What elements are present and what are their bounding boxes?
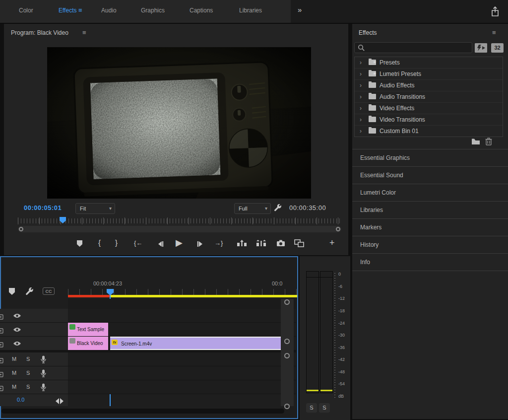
effects-search-input[interactable] xyxy=(367,43,471,53)
mute-track-button[interactable]: M xyxy=(12,370,16,376)
mute-track-button[interactable]: M xyxy=(12,384,16,390)
tree-item-audio-transitions[interactable]: › Audio Transitions xyxy=(355,91,503,103)
playback-resolution-select[interactable]: Full ▾ xyxy=(234,203,271,214)
tab-color[interactable]: Color xyxy=(19,7,33,14)
tab-overflow-icon[interactable]: » xyxy=(298,5,302,14)
toggle-track-output-eye-icon[interactable] xyxy=(13,327,21,332)
new-custom-bin-icon[interactable] xyxy=(471,138,480,147)
solo-track-button[interactable]: S xyxy=(26,356,30,362)
track-header-a3[interactable]: M S xyxy=(0,380,68,394)
tab-graphics[interactable]: Graphics xyxy=(141,7,165,14)
tab-libraries[interactable]: Libraries xyxy=(239,7,262,14)
solo-track-button[interactable]: S xyxy=(26,384,30,390)
mark-out-button[interactable]: } xyxy=(115,238,118,247)
go-to-in-button[interactable]: {← xyxy=(134,239,142,247)
fit-timeline-icon[interactable] xyxy=(56,397,64,406)
tab-captions[interactable]: Captions xyxy=(190,7,213,14)
tree-item-video-effects[interactable]: › Video Effects xyxy=(355,103,503,114)
tree-item-lumetri-presets[interactable]: › ★ Lumetri Presets xyxy=(355,69,503,80)
vscroll-handle-bottom[interactable] xyxy=(284,339,290,344)
export-frame-button[interactable] xyxy=(276,240,285,249)
delete-trash-icon[interactable] xyxy=(485,138,492,147)
sync-lock-icon[interactable] xyxy=(0,327,3,336)
vscroll-audio-handle-top[interactable] xyxy=(284,353,290,358)
tab-lumetri-color[interactable]: Lumetri Color xyxy=(352,184,508,201)
track-header-v2[interactable] xyxy=(0,323,68,337)
voiceover-record-mic-icon[interactable] xyxy=(41,383,46,393)
toggle-track-output-eye-icon[interactable] xyxy=(13,341,21,346)
sync-lock-icon[interactable] xyxy=(0,313,3,322)
timeline-ruler[interactable] xyxy=(68,289,297,295)
track-v2-content[interactable]: Text Sample xyxy=(68,323,296,337)
button-editor-plus[interactable]: + xyxy=(329,238,335,248)
accelerated-effects-filter-icon[interactable] xyxy=(475,43,487,53)
meter-solo-left-button[interactable]: S xyxy=(306,403,317,413)
sync-lock-icon[interactable] xyxy=(0,384,3,393)
sync-lock-icon[interactable] xyxy=(0,370,3,379)
chevron-right-icon[interactable]: › xyxy=(360,114,362,125)
program-settings-wrench-icon[interactable] xyxy=(273,203,282,214)
effects-tab-menu-icon[interactable]: ≡ xyxy=(78,6,82,14)
tree-item-presets[interactable]: › ★ Presets xyxy=(355,57,503,69)
play-button[interactable]: ▶ xyxy=(176,237,183,248)
track-a3-content[interactable] xyxy=(68,380,296,394)
chevron-right-icon[interactable]: › xyxy=(360,69,362,79)
solo-track-button[interactable]: S xyxy=(26,370,30,376)
track-a2-content[interactable] xyxy=(68,366,296,380)
lift-button[interactable] xyxy=(237,240,247,249)
tab-audio[interactable]: Audio xyxy=(101,7,117,14)
voiceover-record-mic-icon[interactable] xyxy=(41,355,46,365)
sync-lock-icon[interactable] xyxy=(0,356,3,365)
chevron-right-icon[interactable]: › xyxy=(360,91,362,102)
export-share-icon[interactable] xyxy=(490,6,500,19)
tree-item-custom-bin-01[interactable]: › Custom Bin 01 xyxy=(355,126,503,137)
clip-text-sample[interactable]: Text Sample xyxy=(68,323,108,336)
track-header-a1[interactable]: M S xyxy=(0,352,68,366)
sync-lock-icon[interactable] xyxy=(0,341,3,350)
vscroll-handle-top[interactable] xyxy=(284,299,290,305)
track-v1-content[interactable]: Black Video fx Screen-1.m4v xyxy=(68,337,296,350)
chevron-right-icon[interactable]: › xyxy=(360,57,362,68)
step-back-button[interactable] xyxy=(157,240,164,249)
voiceover-record-mic-icon[interactable] xyxy=(41,369,46,379)
tab-markers[interactable]: Markers xyxy=(352,218,508,236)
comparison-view-button[interactable] xyxy=(294,239,304,249)
scrollbar-right-handle[interactable] xyxy=(336,227,340,231)
program-panel-menu-icon[interactable]: ≡ xyxy=(82,29,86,36)
tab-essential-graphics[interactable]: Essential Graphics xyxy=(352,149,508,166)
track-v3-content[interactable] xyxy=(68,309,296,323)
tree-item-audio-effects[interactable]: › Audio Effects xyxy=(355,80,503,91)
timeline-horizontal-scrollbar[interactable] xyxy=(1,409,284,414)
tab-info[interactable]: Info xyxy=(352,253,508,271)
program-current-timecode[interactable]: 00:00:05:01 xyxy=(24,204,62,211)
program-zoom-scrollbar[interactable] xyxy=(18,226,341,232)
tab-essential-sound[interactable]: Essential Sound xyxy=(352,166,508,184)
tab-effects[interactable]: Effects xyxy=(59,7,76,14)
toggle-track-output-eye-icon[interactable] xyxy=(13,313,21,318)
step-forward-button[interactable] xyxy=(196,240,204,249)
meter-solo-right-button[interactable]: S xyxy=(319,403,330,413)
timeline-add-marker-button[interactable] xyxy=(9,288,15,295)
bit-depth-filter-icon[interactable]: 32 xyxy=(491,43,504,53)
chevron-right-icon[interactable]: › xyxy=(360,103,362,114)
track-header-v1[interactable] xyxy=(0,337,68,350)
scrollbar-left-handle[interactable] xyxy=(19,227,23,231)
captions-track-icon[interactable]: CC xyxy=(43,287,55,295)
timeline-vertical-scrollbar[interactable] xyxy=(281,299,294,406)
track-header-v3[interactable] xyxy=(0,309,68,323)
tab-libraries-panel[interactable]: Libraries xyxy=(352,201,508,218)
mark-in-button[interactable]: { xyxy=(98,238,101,247)
chevron-right-icon[interactable]: › xyxy=(360,126,362,137)
tree-item-video-transitions[interactable]: › Video Transitions xyxy=(355,114,503,126)
track-a1-content[interactable] xyxy=(68,352,296,366)
track-header-a2[interactable]: M S xyxy=(0,366,68,380)
add-marker-button[interactable] xyxy=(77,240,82,247)
effects-panel-menu-icon[interactable]: ≡ xyxy=(492,29,496,36)
clip-screen-1-m4v[interactable]: fx Screen-1.m4v xyxy=(110,337,284,350)
clip-black-video[interactable]: Black Video xyxy=(68,337,108,350)
chevron-right-icon[interactable]: › xyxy=(360,80,362,91)
go-to-out-button[interactable]: →} xyxy=(214,239,223,247)
timeline-settings-wrench-icon[interactable] xyxy=(25,286,34,298)
mute-track-button[interactable]: M xyxy=(12,356,16,362)
master-gain-value[interactable]: 0.0 xyxy=(17,397,24,403)
